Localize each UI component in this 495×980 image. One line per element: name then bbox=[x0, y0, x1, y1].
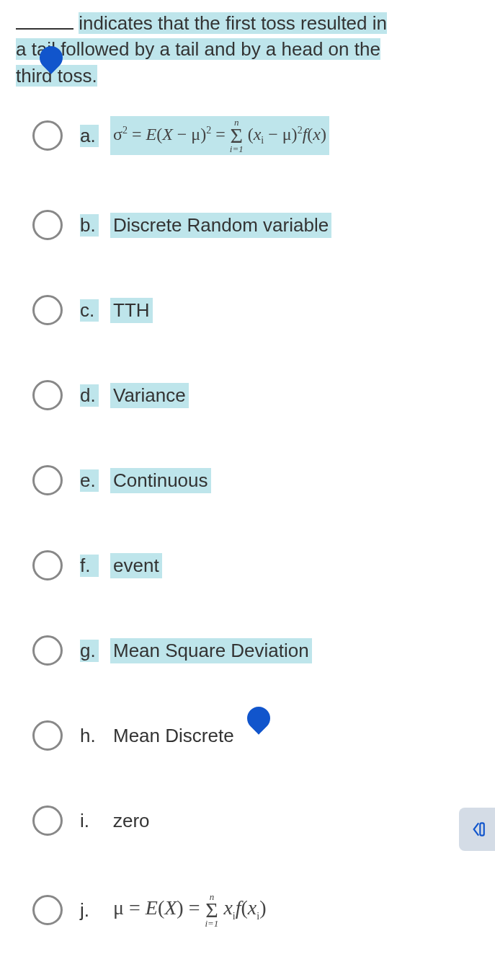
option-letter-e: e. bbox=[80, 469, 99, 492]
option-letter-c: c. bbox=[80, 299, 99, 322]
option-d[interactable]: d. Variance bbox=[32, 380, 495, 410]
chevron-bracket-icon bbox=[468, 820, 486, 839]
option-text-b: Discrete Random variable bbox=[110, 213, 331, 238]
option-f[interactable]: f. event bbox=[32, 550, 495, 581]
radio-i[interactable] bbox=[32, 805, 63, 836]
question-stem: indicates that the first toss resulted i… bbox=[0, 0, 495, 102]
option-c[interactable]: c. TTH bbox=[32, 295, 495, 325]
option-text-d: Variance bbox=[110, 383, 189, 408]
option-e[interactable]: e. Continuous bbox=[32, 465, 495, 495]
option-text-f: event bbox=[110, 553, 162, 578]
option-j[interactable]: j. μ = E(X) = nΣi=1 xif(xi) bbox=[32, 891, 495, 930]
option-letter-g: g. bbox=[80, 640, 99, 662]
radio-f[interactable] bbox=[32, 550, 63, 581]
options-list: a. σ2 = E(X − μ)2 = nΣi=1 (xi − μ)2f(x) … bbox=[0, 102, 495, 930]
blank-line bbox=[16, 28, 73, 30]
option-letter-i: i. bbox=[80, 810, 99, 832]
question-part2: a tail followed by a tail and by a head … bbox=[16, 38, 380, 60]
side-tab-button[interactable] bbox=[459, 808, 495, 851]
radio-j[interactable] bbox=[32, 895, 63, 925]
option-g[interactable]: g. Mean Square Deviation bbox=[32, 635, 495, 666]
option-text-i: zero bbox=[110, 808, 153, 834]
svg-rect-0 bbox=[480, 823, 483, 835]
option-letter-a: a. bbox=[80, 125, 99, 147]
option-text-c: TTH bbox=[110, 298, 153, 323]
option-text-e: Continuous bbox=[110, 468, 211, 493]
radio-c[interactable] bbox=[32, 295, 63, 325]
option-letter-f: f. bbox=[80, 555, 99, 577]
radio-g[interactable] bbox=[32, 635, 63, 666]
radio-b[interactable] bbox=[32, 210, 63, 240]
option-text-h: Mean Discrete bbox=[110, 723, 237, 749]
option-i[interactable]: i. zero bbox=[32, 805, 495, 836]
option-letter-j: j. bbox=[80, 899, 99, 922]
radio-a[interactable] bbox=[32, 120, 63, 151]
radio-e[interactable] bbox=[32, 465, 63, 495]
option-b[interactable]: b. Discrete Random variable bbox=[32, 210, 495, 240]
option-a[interactable]: a. σ2 = E(X − μ)2 = nΣi=1 (xi − μ)2f(x) bbox=[32, 116, 495, 155]
question-part1: indicates that the first toss resulted i… bbox=[79, 12, 387, 34]
radio-d[interactable] bbox=[32, 380, 63, 410]
option-text-g: Mean Square Deviation bbox=[110, 638, 312, 663]
option-formula-j: μ = E(X) = nΣi=1 xif(xi) bbox=[110, 891, 269, 930]
option-letter-h: h. bbox=[80, 725, 99, 747]
option-letter-d: d. bbox=[80, 384, 99, 407]
option-letter-b: b. bbox=[80, 214, 99, 237]
radio-h[interactable] bbox=[32, 720, 63, 751]
option-formula-a: σ2 = E(X − μ)2 = nΣi=1 (xi − μ)2f(x) bbox=[110, 116, 329, 155]
